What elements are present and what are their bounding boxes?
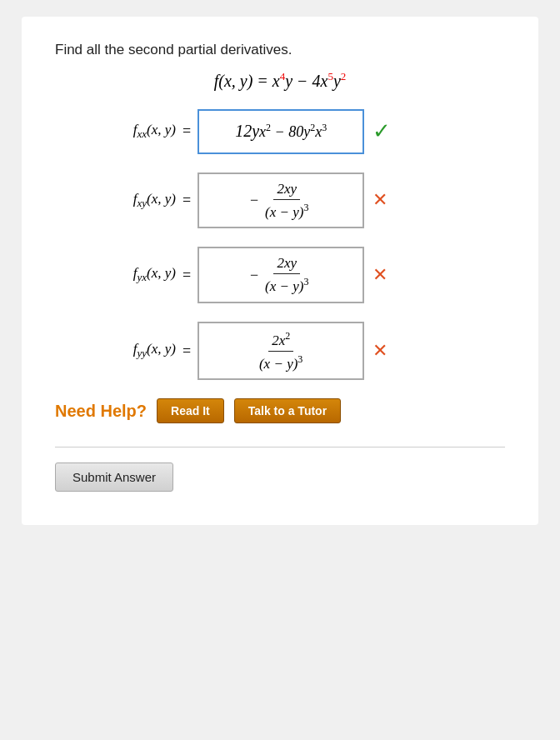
fyy-numerator: 2x2 xyxy=(268,330,293,352)
fxy-fraction: 2xy (x − y)3 xyxy=(262,181,312,221)
equals-fxy: = xyxy=(182,192,191,209)
fyy-fraction: 2x2 (x − y)3 xyxy=(256,330,306,372)
fyy-denominator: (x − y)3 xyxy=(256,352,306,372)
fxx-x2: x2 − 80y2x3 xyxy=(259,122,327,141)
instruction-text: Find all the second partial derivatives. xyxy=(55,42,505,58)
incorrect-icon-fyx: ✕ xyxy=(372,264,388,286)
equals-fxx: = xyxy=(182,122,191,140)
need-help-section: Need Help? Read It Talk to a Tutor xyxy=(55,398,505,423)
submit-button[interactable]: Submit Answer xyxy=(55,462,173,492)
function-args: (x, y) = x xyxy=(218,72,279,90)
read-it-button[interactable]: Read It xyxy=(157,398,224,423)
label-fxx: fxx(x, y) xyxy=(55,122,176,141)
fxy-numerator: 2xy xyxy=(273,181,300,200)
answer-box-fxx[interactable]: 12yx2 − 80y2x3 xyxy=(198,109,364,154)
page-container: Find all the second partial derivatives.… xyxy=(22,17,538,525)
incorrect-icon-fxy: ✕ xyxy=(372,189,388,211)
fxy-minus: − xyxy=(250,192,258,209)
fxx-value: 12y xyxy=(235,122,259,141)
row-fxx: fxx(x, y) = 12yx2 − 80y2x3 ✓ xyxy=(55,109,505,154)
answer-box-fxy[interactable]: − 2xy (x − y)3 xyxy=(198,172,364,229)
answer-box-fyy[interactable]: 2x2 (x − y)3 xyxy=(198,322,364,380)
incorrect-icon-fyy: ✕ xyxy=(372,340,388,362)
main-function: f(x, y) = x4y − 4x5y2 xyxy=(55,70,505,91)
talk-to-tutor-button[interactable]: Talk to a Tutor xyxy=(234,398,341,423)
correct-icon-fxx: ✓ xyxy=(372,118,391,144)
row-fyy: fyy(x, y) = 2x2 (x − y)3 ✕ xyxy=(55,322,505,380)
fxy-denominator: (x − y)3 xyxy=(262,200,312,221)
label-fxy: fxy(x, y) xyxy=(55,191,176,210)
fxy-content: − 2xy (x − y)3 xyxy=(250,181,312,221)
need-help-label: Need Help? xyxy=(55,402,147,421)
function-end: y2 xyxy=(333,72,346,90)
fyx-fraction: 2xy (x − y)3 xyxy=(262,255,312,295)
submit-section: Submit Answer xyxy=(55,447,505,492)
fyx-denominator: (x − y)3 xyxy=(262,274,312,295)
row-fxy: fxy(x, y) = − 2xy (x − y)3 ✕ xyxy=(55,172,505,229)
fyx-minus: − xyxy=(250,267,258,284)
equals-fyy: = xyxy=(182,342,191,360)
exp2: 5 xyxy=(328,70,333,82)
label-fyy: fyy(x, y) xyxy=(55,341,176,360)
label-fyx: fyx(x, y) xyxy=(55,265,176,284)
fyx-content: − 2xy (x − y)3 xyxy=(250,255,312,295)
equals-fyx: = xyxy=(182,267,191,284)
answer-box-fyx[interactable]: − 2xy (x − y)3 xyxy=(198,247,364,303)
fyx-numerator: 2xy xyxy=(273,255,300,274)
row-fyx: fyx(x, y) = − 2xy (x − y)3 ✕ xyxy=(55,247,505,303)
function-mid: y − 4x xyxy=(285,72,328,90)
fyy-content: 2x2 (x − y)3 xyxy=(256,330,306,372)
